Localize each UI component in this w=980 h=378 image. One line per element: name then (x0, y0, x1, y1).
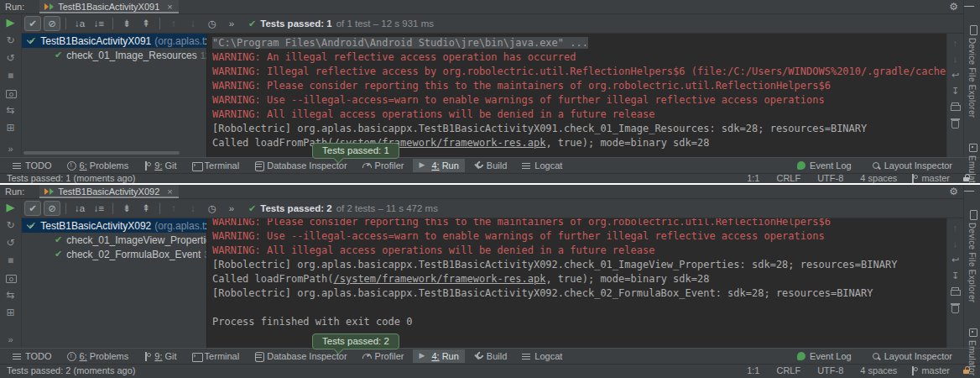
settings-gear-icon[interactable]: ⚙ (949, 1, 958, 13)
expand-all-icon[interactable]: ⇟ (118, 201, 135, 216)
more-toolbar-icon[interactable]: » (223, 16, 240, 31)
rerun-failed-tests-icon[interactable]: ↻ (6, 35, 14, 45)
import-tests-icon[interactable]: ⊞ (6, 123, 14, 133)
sort-alphabetically-icon[interactable]: ↓a (71, 201, 88, 216)
status-widget[interactable]: 4 spaces (857, 366, 897, 375)
separator[interactable] (112, 202, 113, 214)
run-config-tab[interactable]: TestB1BasicActivityX091 × (39, 0, 179, 13)
next-occurrence-icon[interactable]: ↓ (185, 16, 201, 31)
tool-window-button[interactable]: Emulator (967, 143, 977, 183)
tool-window-bar-item[interactable]: 4: Run (413, 159, 464, 172)
rerun-icon[interactable]: ↺ (6, 238, 14, 248)
up-stack-trace-icon[interactable]: ↑ (953, 39, 958, 48)
tool-window-bar-item[interactable]: Build (468, 159, 513, 172)
screenshot-icon[interactable] (6, 88, 15, 97)
test-history-icon[interactable]: ◷ (204, 201, 221, 216)
stop-icon[interactable]: ■ (8, 255, 13, 265)
clear-all-icon[interactable] (951, 118, 960, 128)
down-stack-trace-icon[interactable]: ↓ (953, 239, 958, 249)
minimize-icon[interactable]: — (964, 0, 974, 12)
tool-window-bar-item[interactable]: Profiler (357, 349, 410, 363)
rerun-failed-tests-icon[interactable]: ↻ (6, 220, 14, 230)
tool-window-bar-item[interactable]: TODO (7, 159, 58, 172)
previous-occurrence-icon[interactable]: ↑ (165, 16, 182, 31)
test-history-icon[interactable]: ◷ (204, 16, 221, 31)
tool-window-bar-item[interactable]: Terminal (186, 159, 246, 172)
test-tree-row[interactable]: ✔ check_02_FormulaBox_Event 381 ms (22, 247, 206, 261)
tool-window-bar-item[interactable]: Profiler (357, 159, 410, 172)
show-ignored-icon[interactable]: ⊘ (44, 201, 60, 216)
tool-window-bar-item[interactable]: Logcat (516, 159, 568, 172)
previous-occurrence-icon[interactable]: ↑ (165, 201, 182, 216)
console-link[interactable]: /system/framework/framework-res.apk (334, 273, 546, 285)
separator[interactable] (159, 202, 160, 214)
tool-window-button[interactable]: Device File Explorer (967, 210, 977, 302)
minimize-icon[interactable]: — (964, 185, 974, 197)
separator[interactable] (65, 202, 66, 214)
tool-window-button[interactable]: Emulator (967, 328, 977, 375)
tool-window-bar-item[interactable]: 6: Problems (61, 349, 135, 363)
status-widget[interactable]: CRLF (773, 174, 800, 183)
tool-window-bar-item[interactable]: Event Log (791, 349, 858, 363)
test-tree-row[interactable]: ✔ TestB1BasicActivityX091 (org.aplas.t 1… (22, 34, 206, 48)
more-options-icon[interactable]: » (8, 334, 13, 344)
scroll-to-end-icon[interactable]: ↧ (951, 271, 959, 281)
tool-window-bar-item[interactable]: 4: Run (413, 349, 464, 363)
scroll-to-end-icon[interactable]: ↧ (951, 87, 959, 96)
test-tree-row[interactable]: ✔ check_01_Image_Resources 12 s 931 ms (22, 48, 206, 62)
up-stack-trace-icon[interactable]: ↑ (953, 223, 958, 233)
show-ignored-icon[interactable]: ⊘ (44, 16, 60, 31)
expand-all-icon[interactable]: ⇟ (118, 16, 135, 31)
more-toolbar-icon[interactable]: » (223, 201, 240, 216)
swap-panels-icon[interactable]: ⇆ (6, 105, 14, 115)
status-widget[interactable]: CRLF (773, 366, 800, 375)
run-play-icon[interactable]: ▶ (7, 202, 15, 213)
tool-window-bar-item[interactable]: Event Log (791, 159, 858, 172)
down-stack-trace-icon[interactable]: ↓ (953, 55, 958, 64)
sort-by-duration-icon[interactable]: ↓≡ (91, 201, 107, 216)
clear-all-icon[interactable] (951, 303, 960, 312)
tool-window-bar-item[interactable]: Logcat (516, 349, 568, 363)
settings-gear-icon[interactable]: ⚙ (949, 186, 958, 197)
test-tree-row[interactable]: ✔ check_01_ImageView_Properties 11 s 91 … (22, 233, 206, 247)
swap-panels-icon[interactable]: ⇆ (6, 290, 14, 300)
show-passed-icon[interactable]: ✔ (24, 201, 41, 216)
separator[interactable] (112, 18, 113, 29)
soft-wrap-icon[interactable]: ↩ (951, 255, 959, 265)
soft-wrap-icon[interactable]: ↩ (951, 71, 959, 80)
status-widget[interactable]: master (910, 174, 950, 183)
show-passed-icon[interactable]: ✔ (24, 16, 41, 31)
sort-by-duration-icon[interactable]: ↓≡ (91, 16, 107, 31)
test-tree-row[interactable]: ✔ TestB1BasicActivityX092 (org.aplas.t 1… (22, 218, 206, 233)
run-play-icon[interactable]: ▶ (7, 18, 15, 28)
status-widget[interactable]: 4 spaces (857, 174, 897, 183)
separator[interactable] (159, 18, 160, 29)
tool-window-bar-item[interactable]: Terminal (186, 349, 246, 363)
status-widget[interactable]: 1:1 (743, 174, 759, 183)
close-tab-icon[interactable]: × (167, 2, 172, 12)
tool-window-bar-item[interactable]: TODO (7, 349, 58, 363)
import-tests-icon[interactable]: ⊞ (6, 307, 14, 318)
status-widget[interactable]: master (910, 366, 950, 375)
rerun-icon[interactable]: ↺ (6, 53, 14, 63)
tool-window-button[interactable]: Device File Explorer (967, 25, 977, 118)
tool-window-bar-item[interactable]: 9: Git (138, 159, 182, 172)
tool-window-bar-item[interactable]: Layout Inspector (866, 159, 958, 172)
screenshot-icon[interactable] (6, 273, 15, 282)
collapse-all-icon[interactable]: ⇞ (138, 16, 154, 31)
tool-window-bar-item[interactable]: 6: Problems (61, 159, 135, 172)
sort-alphabetically-icon[interactable]: ↓a (71, 16, 88, 31)
print-icon[interactable] (951, 287, 960, 297)
close-tab-icon[interactable]: × (167, 186, 172, 197)
status-widget[interactable]: UTF-8 (814, 366, 843, 375)
more-options-icon[interactable]: » (8, 144, 13, 154)
tool-window-bar-item[interactable]: Build (468, 349, 513, 363)
print-icon[interactable] (951, 102, 960, 112)
separator[interactable] (65, 18, 66, 29)
tool-window-bar-item[interactable]: 9: Git (138, 349, 182, 363)
stop-icon[interactable]: ■ (8, 71, 13, 81)
run-config-tab[interactable]: TestB1BasicActivityX092 × (39, 185, 179, 198)
status-widget[interactable]: 1:1 (743, 366, 759, 375)
collapse-all-icon[interactable]: ⇞ (138, 201, 154, 216)
tool-window-bar-item[interactable]: Layout Inspector (866, 349, 958, 363)
